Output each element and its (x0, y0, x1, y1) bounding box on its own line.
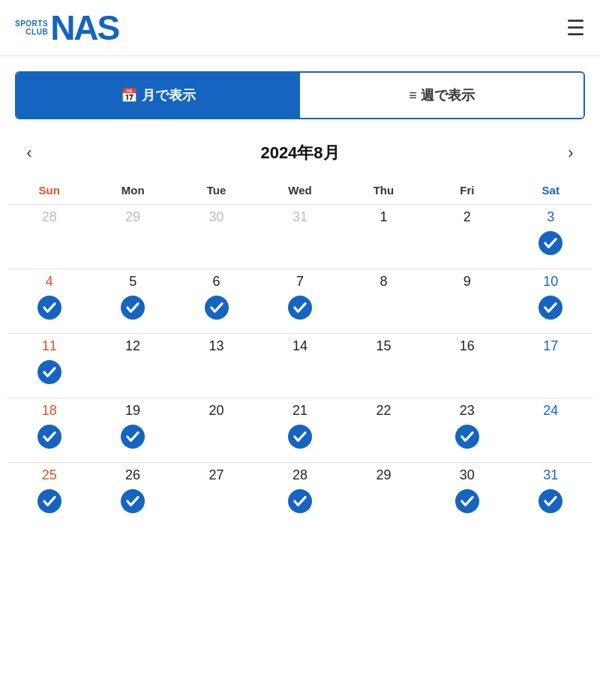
weekday-header-row: Sun Mon Tue Wed Thu Fri Sat (8, 179, 592, 205)
table-row[interactable]: 25 (8, 463, 91, 527)
table-row[interactable]: 28 (258, 463, 341, 527)
weekday-tue: Tue (175, 179, 258, 205)
logo-sports: SPORTS (15, 20, 48, 29)
no-check (205, 360, 229, 384)
no-check (455, 296, 479, 320)
table-row[interactable]: 2 (425, 205, 508, 269)
table-row[interactable]: 26 (91, 463, 174, 527)
monthly-label: 月で表示 (142, 88, 196, 103)
table-row[interactable]: 3 (509, 205, 592, 269)
table-row[interactable]: 1 (342, 205, 425, 269)
no-check (205, 489, 229, 513)
day-number: 26 (94, 467, 171, 483)
table-row[interactable]: 5 (91, 269, 174, 334)
check-icon (121, 489, 145, 513)
day-number: 11 (10, 338, 88, 354)
day-number: 15 (345, 338, 422, 354)
table-row[interactable]: 30 (175, 205, 258, 269)
table-row[interactable]: 6 (175, 269, 258, 334)
table-row[interactable]: 31 (258, 205, 341, 269)
svg-point-14 (455, 489, 479, 513)
table-row[interactable]: 4 (8, 269, 91, 334)
table-row[interactable]: 17 (509, 334, 592, 398)
weekday-fri: Fri (425, 179, 508, 205)
table-row[interactable]: 22 (342, 398, 425, 463)
hamburger-icon[interactable]: ☰ (566, 16, 585, 41)
table-row[interactable]: 27 (175, 463, 258, 527)
svg-point-12 (121, 489, 145, 513)
check-icon (538, 231, 562, 255)
weekday-sun: Sun (8, 179, 91, 205)
weekday-sat: Sat (509, 179, 592, 205)
day-number: 1 (345, 209, 422, 225)
calendar-week-row: 25 26 2728 2930 31 (8, 463, 592, 527)
table-row[interactable]: 18 (8, 398, 91, 463)
prev-month-button[interactable]: ‹ (18, 143, 40, 163)
no-check (371, 425, 395, 449)
table-row[interactable]: 31 (509, 463, 592, 527)
calendar-title: 2024年8月 (260, 142, 339, 164)
table-row[interactable]: 16 (425, 334, 508, 398)
weekday-mon: Mon (91, 179, 174, 205)
check-icon (455, 489, 479, 513)
weekday-thu: Thu (342, 179, 425, 205)
day-number: 6 (178, 274, 255, 290)
day-number: 31 (261, 209, 338, 225)
logo: SPORTS CLUB NAS (15, 11, 118, 45)
table-row[interactable]: 23 (425, 398, 508, 463)
table-row[interactable]: 28 (8, 205, 91, 269)
monthly-view-button[interactable]: 📅 月で表示 (16, 73, 300, 118)
no-check (205, 425, 229, 449)
no-check (538, 360, 562, 384)
check-icon (538, 296, 562, 320)
table-row[interactable]: 10 (509, 269, 592, 334)
table-row[interactable]: 11 (8, 334, 91, 398)
day-number: 4 (10, 274, 88, 290)
svg-point-4 (288, 296, 312, 320)
table-row[interactable]: 19 (91, 398, 174, 463)
table-row[interactable]: 8 (342, 269, 425, 334)
calendar-week-row: 28293031123 (8, 205, 592, 269)
day-number: 20 (178, 403, 255, 419)
svg-point-15 (538, 489, 562, 513)
day-number: 27 (178, 467, 255, 483)
logo-nas: NAS (50, 11, 118, 45)
day-number: 8 (345, 274, 422, 290)
day-number: 23 (428, 403, 506, 419)
logo-club: CLUB (26, 28, 48, 37)
monthly-icon: 📅 (121, 88, 137, 103)
table-row[interactable]: 9 (425, 269, 508, 334)
day-number: 10 (512, 274, 590, 290)
table-row[interactable]: 29 (342, 463, 425, 527)
weekday-wed: Wed (258, 179, 341, 205)
table-row[interactable]: 14 (258, 334, 341, 398)
next-month-button[interactable]: › (560, 143, 582, 163)
table-row[interactable]: 12 (91, 334, 174, 398)
svg-point-9 (288, 425, 312, 449)
table-row[interactable]: 13 (175, 334, 258, 398)
check-icon (288, 296, 312, 320)
table-row[interactable]: 20 (175, 398, 258, 463)
weekly-view-button[interactable]: ≡ 週で表示 (300, 73, 584, 118)
svg-point-5 (538, 296, 562, 320)
table-row[interactable]: 24 (509, 398, 592, 463)
table-row[interactable]: 30 (425, 463, 508, 527)
svg-point-3 (205, 296, 229, 320)
table-row[interactable]: 21 (258, 398, 341, 463)
no-check (288, 231, 312, 255)
day-number: 30 (178, 209, 255, 225)
no-check (371, 360, 395, 384)
day-number: 13 (178, 338, 255, 354)
no-check (371, 489, 395, 513)
no-check (121, 231, 145, 255)
check-icon (538, 489, 562, 513)
table-row[interactable]: 29 (91, 205, 174, 269)
no-check (205, 231, 229, 255)
table-row[interactable]: 15 (342, 334, 425, 398)
no-check (538, 425, 562, 449)
no-check (455, 360, 479, 384)
check-icon (38, 360, 62, 384)
day-number: 2 (428, 209, 506, 225)
table-row[interactable]: 7 (258, 269, 341, 334)
day-number: 7 (261, 274, 338, 290)
